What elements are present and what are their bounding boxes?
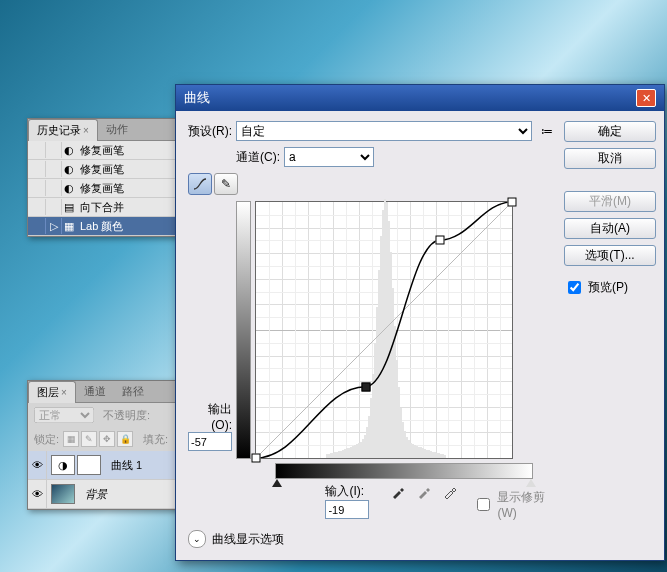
tab-channels-label: 通道 — [84, 385, 106, 397]
history-item[interactable]: ▷▦Lab 颜色 — [28, 217, 183, 236]
input-label: 输入(I): — [325, 483, 369, 500]
layer-mask-thumb[interactable] — [77, 455, 101, 475]
history-item-icon: ◐ — [62, 143, 76, 157]
gradient-vertical — [236, 201, 251, 459]
black-eyedropper-icon[interactable] — [389, 483, 407, 501]
lock-paint-icon[interactable]: ✎ — [81, 431, 97, 447]
lock-position-icon[interactable]: ✥ — [99, 431, 115, 447]
visibility-icon[interactable]: 👁 — [28, 480, 47, 508]
black-point-slider[interactable] — [272, 479, 282, 487]
adjustment-icon: ◑ — [51, 455, 75, 475]
input-field[interactable] — [325, 500, 369, 519]
white-point-slider[interactable] — [526, 479, 536, 487]
history-item-label: 修复画笔 — [80, 181, 124, 196]
history-list: ◐修复画笔◐修复画笔◐修复画笔▤向下合并▷▦Lab 颜色 — [28, 141, 183, 236]
tab-history[interactable]: 历史记录× — [28, 119, 98, 141]
lock-transparency-icon[interactable]: ▦ — [63, 431, 79, 447]
tab-actions-label: 动作 — [106, 123, 128, 135]
history-tabs: 历史记录× 动作 — [28, 119, 183, 141]
history-state-icon — [46, 161, 62, 177]
history-item-icon: ▦ — [62, 219, 76, 233]
fill-label: 填充: — [143, 432, 168, 447]
layer-thumb[interactable] — [51, 484, 75, 504]
history-state-icon — [46, 199, 62, 215]
tab-history-label: 历史记录 — [37, 124, 81, 136]
lock-label: 锁定: — [34, 432, 59, 447]
lock-all-icon[interactable]: 🔒 — [117, 431, 133, 447]
curve-point[interactable] — [361, 382, 370, 391]
tab-layers[interactable]: 图层× — [28, 381, 76, 403]
history-item-label: 向下合并 — [80, 200, 124, 215]
visibility-icon[interactable]: 👁 — [28, 451, 47, 479]
preset-select[interactable]: 自定 — [236, 121, 532, 141]
curve-point[interactable] — [252, 454, 261, 463]
curve-point[interactable] — [436, 236, 445, 245]
close-icon[interactable]: × — [61, 387, 67, 398]
history-state-icon: ▷ — [46, 218, 62, 234]
history-item[interactable]: ◐修复画笔 — [28, 160, 183, 179]
layer-name[interactable]: 背景 — [85, 487, 107, 502]
expand-label: 曲线显示选项 — [212, 531, 284, 548]
history-state-icon — [46, 142, 62, 158]
close-icon[interactable]: × — [83, 125, 89, 136]
dialog-title: 曲线 — [184, 89, 210, 107]
history-item[interactable]: ◐修复画笔 — [28, 141, 183, 160]
cancel-button[interactable]: 取消 — [564, 148, 656, 169]
layer-name[interactable]: 曲线 1 — [111, 458, 142, 473]
tab-paths-label: 路径 — [122, 385, 144, 397]
channel-label: 通道(C): — [236, 149, 280, 166]
tab-channels[interactable]: 通道 — [76, 381, 114, 402]
preview-label: 预览(P) — [588, 279, 628, 296]
history-item-icon: ◐ — [62, 181, 76, 195]
svg-line-0 — [256, 202, 512, 458]
dialog-close-button[interactable]: ✕ — [636, 89, 656, 107]
blend-mode-select[interactable]: 正常 — [34, 407, 94, 423]
curve-point-tool[interactable] — [188, 173, 212, 195]
gradient-horizontal — [275, 463, 533, 479]
history-palette: 历史记录× 动作 ◐修复画笔◐修复画笔◐修复画笔▤向下合并▷▦Lab 颜色 — [27, 118, 184, 237]
preview-checkbox[interactable] — [568, 281, 581, 294]
preset-label: 预设(R): — [188, 123, 232, 140]
history-item-label: 修复画笔 — [80, 143, 124, 158]
curve-area: 输出(O): 输入(I): — [188, 201, 556, 520]
channel-select[interactable]: a — [284, 147, 374, 167]
history-item[interactable]: ▤向下合并 — [28, 198, 183, 217]
history-item[interactable]: ◐修复画笔 — [28, 179, 183, 198]
tab-layers-label: 图层 — [37, 386, 59, 398]
history-item-label: 修复画笔 — [80, 162, 124, 177]
show-clipping-checkbox[interactable] — [477, 498, 490, 511]
dialog-titlebar[interactable]: 曲线 ✕ — [176, 85, 664, 111]
output-field[interactable] — [188, 432, 232, 451]
curve-point[interactable] — [508, 198, 517, 207]
smooth-button: 平滑(M) — [564, 191, 656, 212]
history-item-icon: ▤ — [62, 200, 76, 214]
history-item-icon: ◐ — [62, 162, 76, 176]
options-button[interactable]: 选项(T)... — [564, 245, 656, 266]
show-clipping-label: 显示修剪 (W) — [497, 489, 556, 520]
curves-dialog: 曲线 ✕ 预设(R): 自定 ≔ 通道(C): a ✎ — [175, 84, 665, 561]
history-state-icon — [46, 180, 62, 196]
curve-graph[interactable] — [255, 201, 513, 459]
auto-button[interactable]: 自动(A) — [564, 218, 656, 239]
curve-pencil-tool[interactable]: ✎ — [214, 173, 238, 195]
tab-paths[interactable]: 路径 — [114, 381, 152, 402]
tab-actions[interactable]: 动作 — [98, 119, 136, 140]
lock-icons: ▦ ✎ ✥ 🔒 — [63, 431, 133, 447]
opacity-label: 不透明度: — [103, 409, 150, 421]
expand-display-options[interactable]: ⌄ — [188, 530, 206, 548]
gray-eyedropper-icon[interactable] — [415, 483, 433, 501]
output-label: 输出(O): — [188, 401, 232, 432]
white-eyedropper-icon[interactable] — [441, 483, 459, 501]
presets-menu-icon[interactable]: ≔ — [538, 122, 556, 140]
ok-button[interactable]: 确定 — [564, 121, 656, 142]
history-item-label: Lab 颜色 — [80, 219, 123, 234]
